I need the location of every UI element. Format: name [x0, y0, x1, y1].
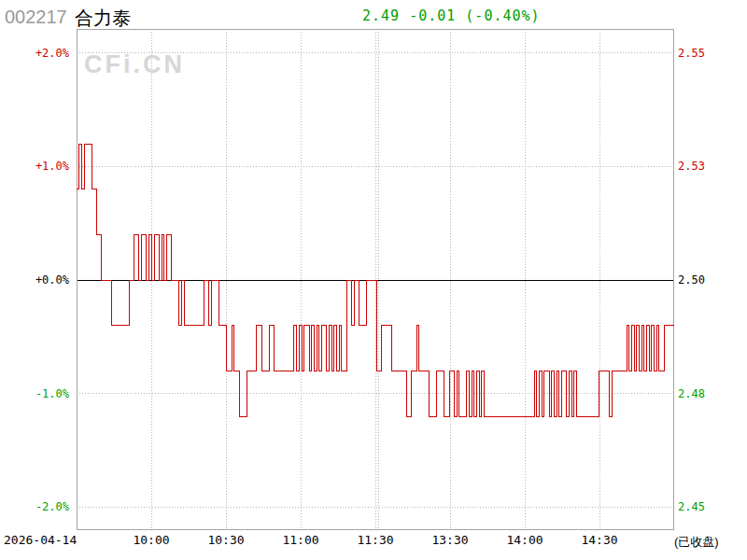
time-label-1130: 11:30 — [347, 533, 403, 547]
quote-summary: 2.49 -0.01 (-0.40%) — [362, 7, 541, 24]
price-axis-label-245: 2.45 — [678, 499, 743, 514]
percent-axis-label-plus1: +1.0% — [4, 159, 69, 174]
price-axis-label-248: 2.48 — [678, 386, 743, 401]
price-axis-label-250: 2.50 — [678, 273, 743, 287]
price-axis-label-253: 2.53 — [678, 159, 743, 174]
percent-axis-label-zero: +0.0% — [4, 273, 69, 287]
watermark-text: CFi.CN — [84, 50, 185, 78]
time-label-1000: 10:00 — [123, 533, 179, 547]
plot-area: CFi.CN — [77, 29, 674, 530]
stock-intraday-chart-page: 002217 合力泰 2.49 -0.01 (-0.40%) +2.0% +1.… — [0, 0, 747, 560]
stock-name: 合力泰 — [75, 6, 131, 31]
time-label-1030: 10:30 — [198, 533, 254, 547]
time-label-1400: 14:00 — [497, 533, 553, 547]
time-label-1330: 13:30 — [422, 533, 478, 547]
intraday-line-chart: CFi.CN — [77, 29, 674, 530]
percent-axis-label-minus2: -2.0% — [4, 499, 69, 514]
price-axis-label-255: 2.55 — [678, 46, 743, 61]
percent-axis-label-minus1: -1.0% — [4, 386, 69, 401]
stock-code: 002217 — [5, 7, 67, 28]
trade-date: 2026-04-14 — [4, 533, 77, 547]
time-label-1430: 14:30 — [571, 533, 627, 547]
time-label-1100: 11:00 — [273, 533, 329, 547]
percent-axis-label-plus2: +2.0% — [4, 46, 69, 61]
market-status: (已收盘) — [674, 534, 719, 551]
